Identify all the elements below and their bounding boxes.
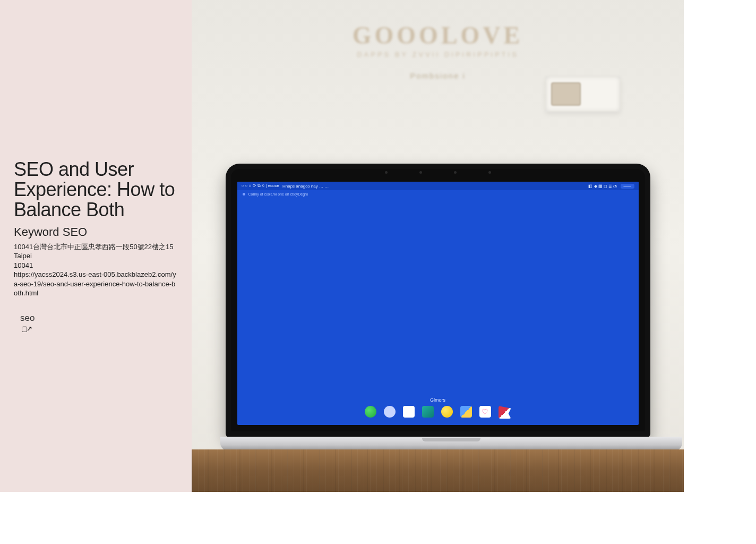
laptop-screen-bezel: ○ ○ ⌂ ⟳ ⧉ ⎋ | ecoce Hnaps anagco nay … ……	[231, 169, 645, 431]
dock-flag-icon	[499, 406, 511, 419]
dock-circle-green-icon	[365, 406, 376, 418]
toolbar-text: Сonny of сожели оnе оn сboyDegro	[248, 192, 308, 196]
tag-label: seo	[20, 313, 178, 324]
laptop-base	[220, 437, 682, 450]
wooden-desk	[192, 449, 684, 492]
wall-logo: GOOOLOVE DAPPS BY ZVVII DIPIRIPPIPTIS Po…	[353, 21, 523, 80]
dock-photos-icon	[460, 406, 472, 418]
menubar-left-icons: ○ ○ ⌂ ⟳ ⧉ ⎋ | ecoce	[242, 183, 279, 189]
wall-logo-subtext: DAPPS BY ZVVII DIPIRIPPIPTIS	[353, 50, 523, 58]
menubar-right-icons: ◧ ◆ ▦ ◻ ≣ ◔	[588, 184, 617, 189]
dock-label: Glmors	[430, 397, 445, 403]
city: Taipei	[14, 251, 178, 261]
dock-app-white-icon	[403, 406, 415, 418]
postal-code: 10041	[14, 261, 178, 270]
address-line: 10041台灣台北市中正區忠孝西路一段50號22樓之15	[14, 242, 178, 252]
wall-switch-plate	[546, 76, 620, 112]
dock-cloud-icon	[384, 406, 396, 418]
wall-logo-subtext2: Pombsione i	[353, 71, 523, 80]
dock-circle-yellow-icon	[441, 406, 453, 418]
laptop: ○ ○ ⌂ ⟳ ⧉ ⎋ | ecoce Hnaps anagco nay … ……	[220, 164, 656, 455]
browser-toolbar: Сonny of сожели оnе оn сboyDegro	[237, 190, 639, 198]
laptop-display: ○ ○ ⌂ ⟳ ⧉ ⎋ | ecoce Hnaps anagco nay … ……	[237, 182, 639, 425]
page-whitespace	[0, 492, 756, 544]
hero-image: GOOOLOVE DAPPS BY ZVVII DIPIRIPPIPTIS Po…	[192, 0, 684, 492]
toolbar-dot-icon	[243, 193, 245, 196]
menubar-center-text: Hnaps anagco nay … …	[282, 184, 329, 189]
camera-dots	[385, 171, 491, 174]
menubar-pill: ——	[621, 184, 634, 189]
source-url: https://yacss2024.s3.us-east-005.backbla…	[14, 270, 178, 298]
external-link-icon: ▢↗	[21, 325, 178, 333]
dock	[359, 404, 517, 420]
dock-app-teal-icon	[422, 406, 434, 418]
sidebar: SEO and User Experience: How to Balance …	[0, 0, 192, 492]
wall-logo-text: GOOOLOVE	[353, 21, 523, 49]
os-menubar: ○ ○ ⌂ ⟳ ⧉ ⎋ | ecoce Hnaps anagco nay … ……	[237, 182, 639, 190]
dock-heart-icon	[479, 406, 491, 418]
laptop-lid: ○ ○ ⌂ ⟳ ⧉ ⎋ | ecoce Hnaps anagco nay … ……	[226, 164, 650, 438]
page-subtitle: Keyword SEO	[14, 225, 178, 239]
page-title: SEO and User Experience: How to Balance …	[14, 159, 178, 219]
tag-box: seo ▢↗	[14, 313, 178, 333]
switch-plate	[551, 82, 581, 106]
